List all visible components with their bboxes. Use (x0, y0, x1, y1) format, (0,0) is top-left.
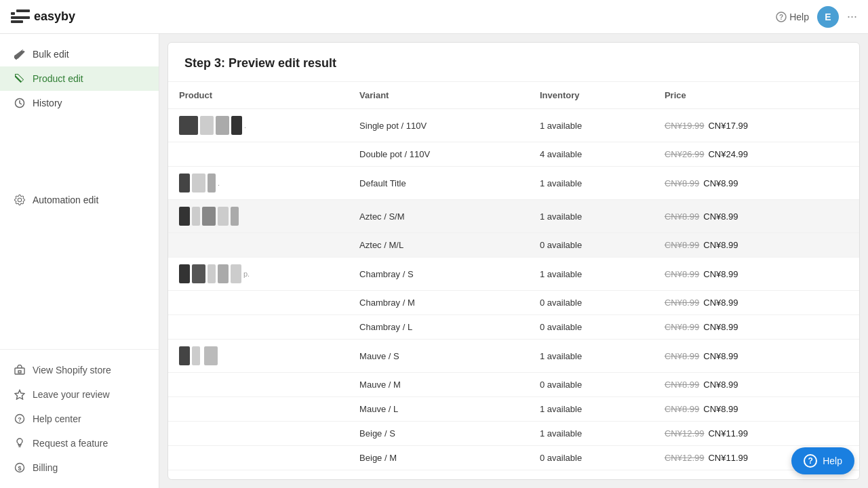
sidebar-item-billing[interactable]: $ Billing (0, 455, 159, 480)
store-icon (14, 364, 26, 376)
svg-text:$: $ (18, 465, 21, 472)
inventory-cell: 1 available (529, 258, 654, 291)
help-circle-icon: ? (776, 12, 787, 22)
table-row: .Default Title1 availableCN¥8.99CN¥8.99 (168, 167, 859, 200)
product-cell (168, 340, 349, 373)
inventory-cell: 0 available (529, 446, 654, 470)
table-body: .Single pot / 110V1 availableCN¥19.99CN¥… (168, 109, 859, 480)
table-row: p.Chambray / S1 availableCN¥8.99CN¥8.99 (168, 258, 859, 291)
svg-marker-10 (15, 390, 24, 400)
product-cell (168, 233, 349, 258)
variant-cell: Aztec / S/M (349, 200, 529, 233)
variant-cell: Aztec / M/L (349, 233, 529, 258)
svg-rect-9 (18, 371, 21, 373)
avatar[interactable]: E (817, 6, 839, 28)
inventory-cell: 0 available (529, 315, 654, 340)
price-cell: CN¥8.99CN¥8.99 (654, 315, 859, 340)
sidebar-item-bulk-edit[interactable]: Bulk edit (0, 42, 159, 66)
product-cell (168, 470, 349, 480)
inventory-cell: 1 available (529, 109, 654, 142)
more-options-button[interactable]: ··· (847, 9, 857, 24)
sidebar-item-request-feature[interactable]: Request a feature (0, 431, 159, 455)
price-new: CN¥8.99 (703, 178, 738, 188)
price-new: CN¥8.99 (703, 269, 738, 279)
table-row: Mauve / S1 availableCN¥8.99CN¥8.99 (168, 340, 859, 373)
page-title: Step 3: Preview edit result (184, 56, 843, 70)
sidebar-item-product-edit[interactable]: Product edit (0, 66, 159, 91)
price-old: CN¥8.99 (665, 269, 699, 279)
inventory-cell: 0 available (529, 233, 654, 258)
help-fab-icon: ? (804, 454, 817, 468)
product-cell (168, 422, 349, 446)
table-row: Beige / M0 availableCN¥12.99CN¥11.99 (168, 446, 859, 470)
table-row: Double pot / 110V4 availableCN¥26.99CN¥2… (168, 142, 859, 167)
sidebar-item-help-center[interactable]: ? Help center (0, 407, 159, 431)
price-cell: CN¥8.99CN¥8.99 (654, 258, 859, 291)
price-new: CN¥8.99 (703, 351, 738, 361)
inventory-cell: 4 available (529, 142, 654, 167)
logo[interactable]: easyby (11, 9, 75, 24)
product-cell (168, 142, 349, 167)
price-new: CN¥8.99 (703, 298, 738, 308)
price-new: CN¥24.99 (708, 149, 748, 159)
variant-cell: Chambray / S (349, 258, 529, 291)
price-new: CN¥11.99 (708, 428, 748, 439)
inventory-cell: 0 available (529, 470, 654, 480)
price-cell: CN¥12.99CN¥11.99 (654, 422, 859, 446)
price-new: CN¥8.99 (703, 322, 738, 332)
sidebar-item-view-shopify[interactable]: View Shopify store (0, 358, 159, 382)
sidebar-item-leave-review[interactable]: Leave your review (0, 382, 159, 407)
price-cell: CN¥8.99CN¥8.99 (654, 397, 859, 422)
price-cell: CN¥8.99CN¥8.99 (654, 167, 859, 200)
price-old: CN¥8.99 (665, 404, 699, 414)
product-table: Product Variant Inventory Price .Single … (168, 82, 859, 479)
dollar-icon: $ (14, 462, 26, 474)
col-inventory: Inventory (529, 82, 654, 109)
sidebar-item-automation-edit[interactable]: Automation edit (14, 188, 145, 212)
price-new: CN¥11.99 (708, 477, 748, 479)
sidebar-item-history[interactable]: History (0, 91, 159, 115)
table-row: Mauve / L1 availableCN¥8.99CN¥8.99 (168, 397, 859, 422)
variant-cell: Beige / L (349, 470, 529, 480)
price-old: CN¥12.99 (665, 453, 705, 463)
logo-icon (11, 9, 30, 24)
variant-cell: Chambray / L (349, 315, 529, 340)
sidebar-item-help-center-label: Help center (33, 413, 81, 424)
product-cell (168, 446, 349, 470)
edit-icon (14, 48, 26, 60)
sidebar: Bulk edit Product edit History Autom (0, 34, 159, 488)
price-new: CN¥17.99 (708, 121, 748, 131)
sidebar-item-bulk-edit-label: Bulk edit (33, 49, 69, 60)
inventory-cell: 1 available (529, 167, 654, 200)
product-table-wrapper[interactable]: Product Variant Inventory Price .Single … (168, 82, 859, 479)
price-cell: CN¥8.99CN¥8.99 (654, 233, 859, 258)
price-new: CN¥8.99 (703, 404, 738, 414)
logo-text: easyby (34, 9, 75, 24)
col-variant: Variant (349, 82, 529, 109)
table-row: Beige / S1 availableCN¥12.99CN¥11.99 (168, 422, 859, 446)
main-layout: Bulk edit Product edit History Autom (0, 34, 868, 488)
price-old: CN¥8.99 (665, 380, 699, 390)
variant-cell: Mauve / M (349, 373, 529, 397)
inventory-cell: 0 available (529, 373, 654, 397)
inventory-cell: 1 available (529, 397, 654, 422)
price-new: CN¥8.99 (703, 380, 738, 390)
price-cell: CN¥19.99CN¥17.99 (654, 109, 859, 142)
product-cell (168, 200, 349, 233)
content: Step 3: Preview edit result Product Vari… (167, 42, 860, 480)
topbar-right: ? Help E ··· (776, 6, 857, 28)
price-old: CN¥12.99 (665, 477, 705, 479)
price-new: CN¥11.99 (708, 453, 748, 463)
sidebar-item-billing-label: Billing (33, 462, 58, 473)
price-old: CN¥8.99 (665, 240, 699, 250)
price-old: CN¥12.99 (665, 428, 705, 439)
price-cell: CN¥8.99CN¥8.99 (654, 291, 859, 315)
sidebar-item-leave-review-label: Leave your review (33, 389, 110, 400)
help-link[interactable]: ? Help (776, 12, 809, 22)
price-new: CN¥8.99 (703, 211, 738, 222)
help-fab-button[interactable]: ? Help (791, 447, 854, 474)
price-old: CN¥19.99 (665, 121, 705, 131)
help-icon: ? (14, 413, 26, 425)
price-old: CN¥8.99 (665, 322, 699, 332)
star-icon (14, 388, 26, 401)
